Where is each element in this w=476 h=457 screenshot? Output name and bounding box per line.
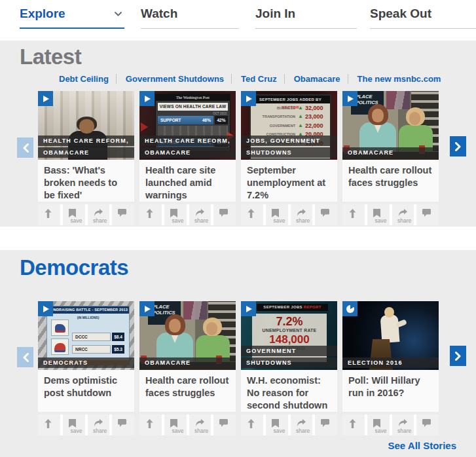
kicker-line: DEMOCRATS xyxy=(38,357,134,368)
share-button[interactable]: share xyxy=(88,414,110,435)
comment-button[interactable] xyxy=(315,414,337,435)
poll-row-value: 46% xyxy=(202,118,211,122)
share-icon xyxy=(94,419,103,427)
story-title[interactable]: Health care rollout faces struggles xyxy=(342,160,439,202)
video-thumbnail[interactable]: PLACEPOLITICS OBAMACARE xyxy=(342,91,439,160)
bookmark-icon xyxy=(272,209,279,217)
story-actions: save share xyxy=(38,414,134,435)
story-title[interactable]: Health care rollout faces struggles xyxy=(139,370,236,412)
story-title[interactable]: Dems optimistic post shutdown xyxy=(38,370,134,412)
topic-link-new-msnbc[interactable]: The new msnbc.com xyxy=(348,74,441,84)
share-button[interactable]: share xyxy=(392,414,414,435)
guest-figure xyxy=(203,318,222,336)
video-thumbnail[interactable]: ELECTION 2016 xyxy=(342,301,439,370)
play-icon[interactable] xyxy=(139,301,155,316)
bookmark-icon xyxy=(373,209,380,217)
share-button[interactable]: share xyxy=(291,414,313,435)
up-arrow-icon xyxy=(44,209,52,218)
topic-link-obamacare[interactable]: Obamacare xyxy=(284,74,340,84)
democrat-donkey-icon xyxy=(51,320,69,336)
nav-tab-join-in[interactable]: Join In xyxy=(255,7,357,29)
carousel-next-button[interactable] xyxy=(450,346,466,366)
chevron-down-icon xyxy=(115,12,122,16)
comment-icon xyxy=(321,419,329,427)
video-thumbnail[interactable]: SEPTEMBER JOBS REPORT 7.2% UNEMPLOYMENT … xyxy=(241,301,337,370)
poll-row-value2: 42% xyxy=(215,116,228,124)
topic-link-ted-cruz[interactable]: Ted Cruz xyxy=(231,74,277,84)
see-all-stories-link[interactable]: See All Stories xyxy=(388,440,457,451)
story-title[interactable]: Poll: Will Hillary run in 2016? xyxy=(342,370,439,412)
save-label: save xyxy=(274,217,285,224)
comment-button[interactable] xyxy=(315,204,337,225)
story-kicker: DEMOCRATS xyxy=(38,356,134,368)
story-actions: save share xyxy=(241,204,337,225)
upvote-button[interactable] xyxy=(241,204,263,225)
save-button[interactable]: save xyxy=(164,414,187,435)
save-button[interactable]: save xyxy=(367,204,390,225)
play-icon[interactable] xyxy=(38,301,53,316)
video-thumbnail[interactable]: SEPTEMBER JOBS ADDED BY SECTOR BUSINESS▲… xyxy=(241,91,337,160)
story-title[interactable]: W.H. economist: No reason for second shu… xyxy=(241,370,337,412)
story-actions: save share xyxy=(241,414,337,435)
video-thumbnail[interactable]: FUNDRAISING BATTLE - SEPTEMBER 2013 (IN … xyxy=(38,301,134,370)
nav-tab-watch[interactable]: Watch xyxy=(141,7,239,29)
fundraising-label: NRCC xyxy=(72,345,111,354)
story-title[interactable]: Bass: 'What's broken needs to be fixed' xyxy=(38,160,134,202)
comment-button[interactable] xyxy=(416,414,439,435)
story-title[interactable]: Health care site launched amid warnings xyxy=(139,160,236,202)
play-icon[interactable] xyxy=(38,91,53,106)
upvote-button[interactable] xyxy=(342,204,365,225)
nav-tab-speak-out[interactable]: Speak Out xyxy=(370,7,476,29)
upvote-button[interactable] xyxy=(139,204,162,225)
story-title[interactable]: September unemployment at 7.2% xyxy=(241,160,337,202)
video-thumbnail[interactable]: HEALTH CARE REFORM, OBAMACARE xyxy=(38,91,134,160)
comment-button[interactable] xyxy=(112,414,134,435)
save-button[interactable]: save xyxy=(63,204,85,225)
play-icon[interactable] xyxy=(139,91,155,106)
upvote-button[interactable] xyxy=(139,414,162,435)
share-button[interactable]: share xyxy=(291,204,313,225)
upvote-button[interactable] xyxy=(342,414,365,435)
save-button[interactable]: save xyxy=(266,204,288,225)
carousel-next-button[interactable] xyxy=(450,136,466,156)
chevron-left-icon xyxy=(22,143,29,153)
studio-monitor xyxy=(386,91,410,109)
share-button[interactable]: share xyxy=(392,204,414,225)
comment-button[interactable] xyxy=(112,204,134,225)
save-button[interactable]: save xyxy=(164,204,187,225)
kicker-line: JOBS, GOVERNMENT xyxy=(241,136,337,146)
share-label: share xyxy=(93,217,107,224)
share-label: share xyxy=(194,428,208,434)
play-icon[interactable] xyxy=(241,301,256,316)
comment-button[interactable] xyxy=(213,414,236,435)
topic-link-government-shutdowns[interactable]: Government Shutdowns xyxy=(116,74,224,84)
topic-link-debt-ceiling[interactable]: Debt Ceiling xyxy=(59,74,109,84)
guest-figure xyxy=(406,107,425,126)
nav-tab-explore[interactable]: Explore xyxy=(20,7,124,29)
guest-figure xyxy=(206,322,217,335)
guest-figure xyxy=(372,109,384,122)
save-button[interactable]: save xyxy=(63,414,85,435)
carousel-prev-button[interactable] xyxy=(17,137,33,158)
upvote-button[interactable] xyxy=(38,414,60,435)
bookmark-icon xyxy=(170,209,177,217)
upvote-button[interactable] xyxy=(38,204,60,225)
share-button[interactable]: share xyxy=(189,204,211,225)
section-title-democrats[interactable]: Democrats xyxy=(20,255,458,280)
upvote-button[interactable] xyxy=(241,414,263,435)
video-thumbnail[interactable]: The Washington Post VIEWS ON HEALTH CARE… xyxy=(139,91,236,160)
share-label: share xyxy=(296,428,310,434)
share-button[interactable]: share xyxy=(189,414,211,435)
play-icon[interactable] xyxy=(241,91,256,106)
video-thumbnail[interactable]: PLACEPOLITICS OBAMACARE xyxy=(139,301,236,370)
comment-button[interactable] xyxy=(213,204,236,225)
poll-icon[interactable] xyxy=(342,301,357,316)
save-button[interactable]: save xyxy=(367,414,390,435)
save-button[interactable]: save xyxy=(266,414,288,435)
share-label: share xyxy=(296,217,310,224)
story-actions: save share xyxy=(38,204,134,225)
play-icon[interactable] xyxy=(342,91,357,106)
share-button[interactable]: share xyxy=(88,204,110,225)
carousel-prev-button[interactable] xyxy=(17,347,33,367)
comment-button[interactable] xyxy=(416,204,439,225)
